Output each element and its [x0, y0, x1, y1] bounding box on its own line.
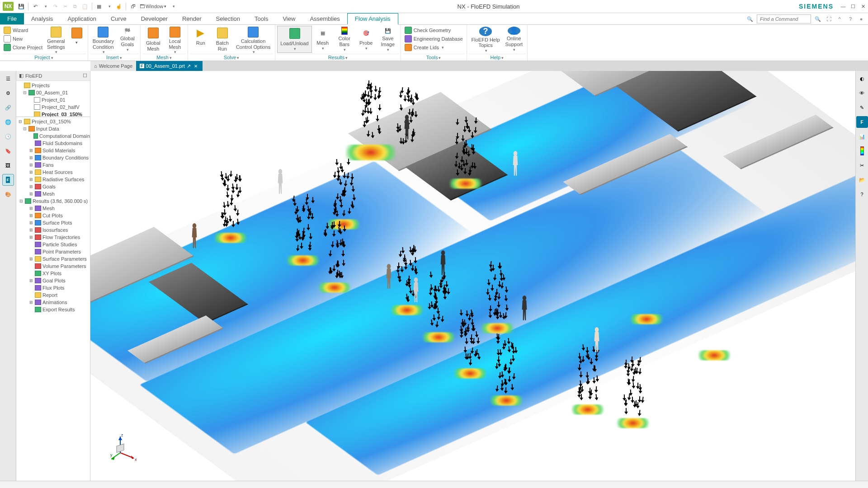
- clone-project-button[interactable]: Clone Project: [2, 43, 44, 52]
- tree-results[interactable]: ⊟Results (3.fld, 360.000 s): [16, 197, 90, 205]
- tabs-icon[interactable]: 🗗: [128, 2, 137, 11]
- fullscreen-icon[interactable]: ⛶: [825, 15, 833, 23]
- save-image-button[interactable]: 💾 Save Image: [377, 26, 399, 53]
- general-settings-button[interactable]: General Settings: [44, 26, 68, 53]
- rail-globe-icon[interactable]: 🌐: [2, 116, 14, 128]
- calculation-options-button[interactable]: Calculation Control Options: [233, 26, 273, 53]
- tree-item[interactable]: ⊞Flow Trajectories: [16, 234, 90, 241]
- tree-item[interactable]: ⊞Goal Plots: [16, 277, 90, 284]
- qat-overflow[interactable]: [169, 2, 178, 11]
- tree-item[interactable]: ⊞Isosurfaces: [16, 226, 90, 234]
- tree-item[interactable]: Fluid Subdomains: [16, 140, 90, 147]
- group-label-solve[interactable]: Solve: [190, 54, 273, 61]
- rr-icon-7[interactable]: ✂: [856, 160, 868, 171]
- create-lids-button[interactable]: Create Lids: [403, 43, 465, 52]
- ribbon-collapse-icon[interactable]: ^: [835, 15, 844, 23]
- mesh-results-button[interactable]: ▦ Mesh: [312, 26, 334, 53]
- undo-dropdown[interactable]: [41, 2, 50, 11]
- layout-dropdown[interactable]: [104, 2, 113, 11]
- tree-item[interactable]: Point Parameters: [16, 248, 90, 255]
- tree-active-root[interactable]: ⊟Project_03_150%: [16, 118, 90, 125]
- doctab-active[interactable]: F 00_Assem_01.prt ↗ ✕: [136, 61, 203, 71]
- tree-item[interactable]: Computational Domain: [16, 132, 90, 140]
- tree-item[interactable]: ⊞Cut Plots: [16, 212, 90, 219]
- group-label-tools[interactable]: Tools: [403, 54, 465, 61]
- group-label-mesh[interactable]: Mesh: [142, 54, 186, 61]
- tree-project[interactable]: Project_02_halfV: [16, 103, 90, 111]
- group-label-help[interactable]: Help: [469, 54, 526, 61]
- save-icon[interactable]: 💾: [17, 2, 26, 11]
- tab-close-icon[interactable]: ✕: [193, 64, 199, 69]
- close-icon[interactable]: ✕: [858, 2, 868, 10]
- tree-item[interactable]: ⊞Heat Sources: [16, 169, 90, 176]
- rr-colorbar-icon[interactable]: [856, 145, 868, 157]
- global-goals-button[interactable]: 🏁 Global Goals: [117, 26, 138, 53]
- rail-constraints-icon[interactable]: 🔗: [2, 102, 14, 113]
- status-dot-icon[interactable]: ●: [857, 15, 865, 23]
- help-icon[interactable]: ?: [846, 15, 854, 23]
- help-topics-button[interactable]: ? FloEFD Help Topics: [469, 26, 503, 53]
- tree-item[interactable]: XY Plots: [16, 270, 90, 277]
- search-go-icon[interactable]: 🔍: [814, 15, 822, 23]
- engineering-database-button[interactable]: Engineering Database: [403, 34, 465, 43]
- rr-icon-1[interactable]: ◐: [856, 73, 868, 84]
- local-mesh-button[interactable]: Local Mesh: [164, 26, 186, 53]
- command-search-input[interactable]: [757, 14, 811, 23]
- tab-render[interactable]: Render: [175, 13, 209, 24]
- tree-assembly[interactable]: ⊟00_Assem_01: [16, 89, 90, 96]
- tab-analysis[interactable]: Analysis: [24, 13, 60, 24]
- tab-selection[interactable]: Selection: [209, 13, 247, 24]
- tree-item[interactable]: Volume Parameters: [16, 263, 90, 270]
- rail-assembly-icon[interactable]: ⚙: [2, 87, 14, 99]
- rail-history-icon[interactable]: 🕓: [2, 131, 14, 142]
- maximize-icon[interactable]: ☐: [848, 2, 858, 10]
- tree-item[interactable]: ⊞Surface Parameters: [16, 255, 90, 263]
- doctab-welcome[interactable]: ⌂ Welcome Page: [90, 61, 136, 71]
- tab-flow-analysis[interactable]: Flow Analysis: [347, 13, 398, 25]
- tab-developer[interactable]: Developer: [134, 13, 175, 24]
- tab-curve[interactable]: Curve: [104, 13, 134, 24]
- group-label-insert[interactable]: Insert: [90, 54, 138, 61]
- touch-icon[interactable]: ☝: [114, 2, 123, 11]
- tree-item[interactable]: Flux Plots: [16, 284, 90, 291]
- tree-item[interactable]: ⊞Radiative Surfaces: [16, 176, 90, 183]
- rr-icon-2[interactable]: 👁: [856, 87, 868, 99]
- window-dropdown[interactable]: 🗔 Window ▾: [138, 4, 168, 9]
- tree-item[interactable]: ⊞Fans: [16, 161, 90, 169]
- online-support-button[interactable]: 👤 Online Support: [503, 26, 526, 53]
- tab-popout-icon[interactable]: ↗: [187, 63, 191, 69]
- tree-item[interactable]: Report: [16, 291, 90, 299]
- tree-item[interactable]: Particle Studies: [16, 241, 90, 248]
- layout-icon[interactable]: ▦: [94, 2, 104, 11]
- group-label-project[interactable]: Project: [2, 54, 86, 61]
- tree-input-data[interactable]: ⊟Input Data: [16, 125, 90, 132]
- tree-project-active[interactable]: Project_03_150%: [16, 111, 90, 117]
- tree-project[interactable]: Project_01: [16, 96, 90, 103]
- rr-icon-3[interactable]: ✎: [856, 102, 868, 113]
- rr-folder-icon[interactable]: 📂: [856, 174, 868, 186]
- minimize-icon[interactable]: —: [838, 2, 848, 10]
- tree-item[interactable]: ⊞Surface Plots: [16, 219, 90, 226]
- run-button[interactable]: ▶ Run: [190, 26, 212, 53]
- tree-item[interactable]: ⊞Animations: [16, 299, 90, 306]
- tab-application[interactable]: Application: [60, 13, 104, 24]
- group-label-results[interactable]: Results: [277, 54, 398, 61]
- undo-icon[interactable]: ↶: [31, 2, 40, 11]
- panel-menu-icon[interactable]: ◧: [19, 73, 24, 79]
- global-mesh-button[interactable]: Global Mesh: [142, 26, 164, 53]
- rail-navigator-icon[interactable]: ☰: [2, 73, 14, 84]
- rr-icon-5[interactable]: 📊: [856, 131, 868, 142]
- color-bars-button[interactable]: Color Bars: [334, 26, 355, 53]
- 3d-viewport[interactable]: x y z: [90, 71, 855, 481]
- rr-help-icon[interactable]: ?: [856, 188, 868, 200]
- project-extras-button[interactable]: ▾: [68, 26, 86, 53]
- search-icon[interactable]: 🔍: [746, 15, 754, 23]
- tab-view[interactable]: View: [275, 13, 302, 24]
- load-unload-button[interactable]: Load/Unload: [277, 26, 311, 53]
- batch-run-button[interactable]: Batch Run: [212, 26, 233, 53]
- check-geometry-button[interactable]: Check Geometry: [403, 26, 465, 34]
- tree-item[interactable]: ⊞Solid Materials: [16, 147, 90, 154]
- rail-floefd-icon[interactable]: F: [2, 174, 14, 186]
- tree-item[interactable]: ⊞Mesh: [16, 205, 90, 212]
- tree-item[interactable]: ⊞Boundary Conditions: [16, 154, 90, 161]
